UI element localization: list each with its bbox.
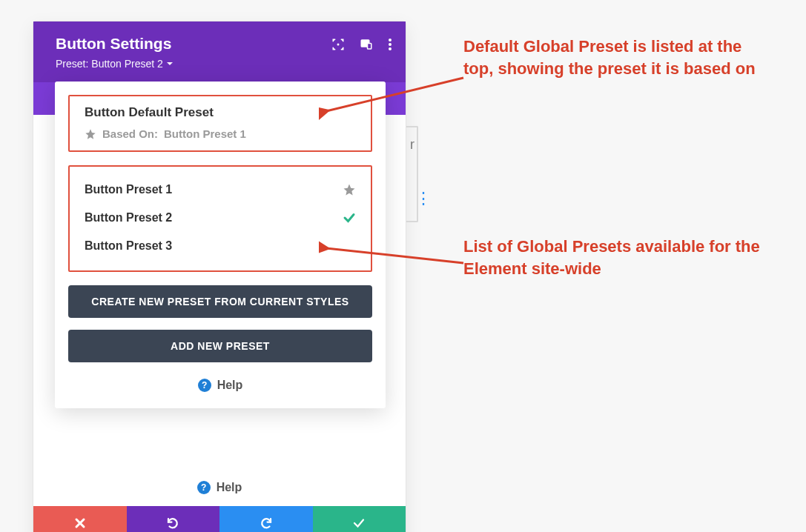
redo-button[interactable] [219,506,313,532]
confirm-check-icon [352,516,366,530]
preset-selector[interactable]: Preset: Button Preset 2 [56,58,174,70]
annotation-bottom: List of Global Presets available for the… [463,236,775,279]
caret-down-icon [166,60,174,67]
panel-help-row[interactable]: ? Help [33,463,406,506]
undo-icon [166,516,179,530]
check-icon [343,211,356,225]
based-on-label: Based On: [102,127,158,140]
undo-button[interactable] [127,506,220,532]
preset-selector-prefix: Preset: [56,58,88,70]
annotation-top: Default Global Preset is listed at the t… [463,36,775,79]
dropdown-help-row[interactable]: ? Help [68,379,372,392]
based-on-preset-name: Button Preset 1 [164,127,246,140]
dropdown-help-label: Help [217,379,243,392]
footer-action-bar [33,506,406,532]
preset-list-box: Button Preset 1 Button Preset 2 Button P… [68,165,372,272]
confirm-button[interactable] [313,506,406,532]
preset-selector-current: Button Preset 2 [91,58,163,70]
preset-name: Button Preset 3 [85,239,172,253]
default-preset-title: Button Default Preset [85,105,356,120]
help-icon: ? [198,379,211,392]
background-decoration-text: r [410,137,414,153]
svg-rect-2 [368,44,371,50]
preset-item[interactable]: Button Preset 2 [85,204,356,232]
responsive-icon[interactable] [360,38,373,51]
menu-dots-icon[interactable] [388,38,392,51]
svg-point-3 [389,39,392,41]
svg-point-5 [389,47,392,50]
star-icon [85,128,96,140]
create-preset-button[interactable]: CREATE NEW PRESET FROM CURRENT STYLES [68,285,372,318]
preset-item[interactable]: Button Preset 1 [85,176,356,204]
preset-item[interactable]: Button Preset 3 [85,232,356,260]
background-decoration-dots: ⋮ [415,189,430,208]
panel-help-label: Help [217,481,242,494]
header-icon-group [331,38,392,51]
star-icon[interactable] [343,183,356,196]
close-button[interactable] [33,506,127,532]
preset-dropdown: Button Default Preset Based On: Button P… [55,82,386,408]
redo-icon [260,516,273,530]
settings-header: Button Settings Preset: Button Preset 2 [33,21,406,82]
svg-point-0 [337,44,340,46]
target-icon[interactable] [331,38,345,51]
default-preset-based-on: Based On: Button Preset 1 [85,127,356,140]
preset-name: Button Preset 1 [85,183,172,196]
close-icon [74,517,86,529]
help-icon: ? [197,481,211,494]
default-preset-box[interactable]: Button Default Preset Based On: Button P… [68,95,372,152]
add-preset-button[interactable]: ADD NEW PRESET [68,330,372,362]
svg-point-4 [389,43,392,46]
preset-name: Button Preset 2 [85,211,172,225]
